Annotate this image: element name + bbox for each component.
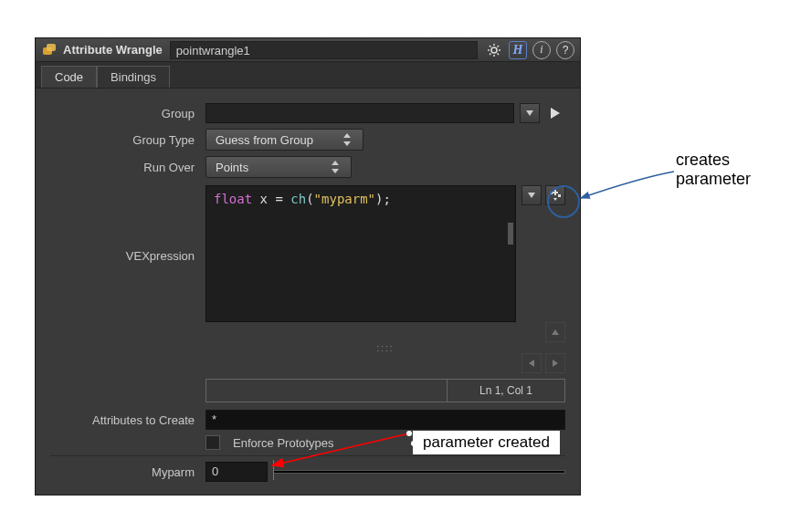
svg-marker-13 <box>343 133 351 138</box>
myparm-value-input[interactable]: 0 <box>205 462 268 482</box>
help-icon[interactable]: ? <box>556 41 574 59</box>
tab-bindings[interactable]: Bindings <box>97 66 170 88</box>
group-dropdown-button[interactable] <box>520 103 540 123</box>
editor-nav <box>205 322 565 342</box>
gear-icon[interactable] <box>485 41 503 59</box>
editor-up-icon[interactable] <box>545 322 565 342</box>
node-name-input[interactable]: pointwrangle1 <box>170 41 478 59</box>
editor-next-icon[interactable] <box>545 353 565 373</box>
titlebar-actions: H i ? <box>485 41 574 59</box>
line-anchor-dot <box>406 431 412 436</box>
svg-marker-16 <box>332 169 339 173</box>
group-selector-arrow-icon[interactable] <box>545 103 565 123</box>
annotation-creates-parameter: creates parameter <box>676 151 751 189</box>
code-keyword: float <box>214 192 252 206</box>
divider <box>50 455 565 456</box>
code-text: ); <box>375 192 391 206</box>
code-string: "myparm" <box>314 192 375 206</box>
code-function: ch <box>290 192 306 206</box>
row-group: Group <box>50 103 565 123</box>
titlebar: Attribute Wrangle pointwrangle1 H i ? <box>36 38 580 62</box>
group-label: Group <box>50 107 205 120</box>
code-text: ( <box>306 192 313 206</box>
svg-marker-23 <box>552 329 559 335</box>
editor-resize-handle[interactable]: :::: <box>205 342 565 353</box>
row-group-type: Group Type Guess from Group <box>50 129 565 151</box>
svg-marker-24 <box>529 360 534 367</box>
group-input[interactable] <box>205 103 514 123</box>
editor-nav-bottom <box>205 353 565 373</box>
run-over-label: Run Over <box>50 161 205 174</box>
annotation-circle <box>547 185 580 218</box>
editor-scrollbar[interactable] <box>508 223 513 245</box>
svg-line-7 <box>490 46 491 47</box>
myparm-slider[interactable] <box>273 462 565 482</box>
row-run-over: Run Over Points <box>50 156 565 178</box>
group-type-label: Group Type <box>50 133 205 147</box>
editor-status-message <box>205 379 447 402</box>
node-icon <box>41 42 58 58</box>
row-myparm: Myparm 0 <box>50 462 565 482</box>
svg-line-9 <box>490 53 491 55</box>
enforce-prototypes-label: Enforce Prototypes <box>233 436 334 450</box>
row-attributes-to-create: Attributes to Create * <box>50 410 565 430</box>
group-type-value: Guess from Group <box>216 133 313 147</box>
code-text: x = <box>252 192 290 206</box>
tabs: Code Bindings <box>36 62 580 89</box>
svg-marker-15 <box>332 161 339 165</box>
svg-point-2 <box>491 47 497 53</box>
vex-presets-dropdown[interactable] <box>521 185 542 205</box>
myparm-label: Myparm <box>50 465 205 479</box>
parameter-panel: Attribute Wrangle pointwrangle1 H i ? Co… <box>35 37 581 495</box>
svg-marker-25 <box>553 360 558 367</box>
editor-cursor-position: Ln 1, Col 1 <box>447 379 565 402</box>
vexpression-label: VEXpression <box>50 185 205 263</box>
attrs-to-create-label: Attributes to Create <box>50 413 205 427</box>
slider-track <box>273 470 565 474</box>
tab-code[interactable]: Code <box>41 66 97 88</box>
editor-statusbar: Ln 1, Col 1 <box>205 379 565 402</box>
run-over-value: Points <box>216 161 248 174</box>
houdini-h-icon[interactable]: H <box>509 41 527 59</box>
svg-marker-11 <box>526 110 533 116</box>
svg-line-8 <box>498 53 500 55</box>
row-vexpression: VEXpression float x = ch("myparm"); <box>50 185 565 402</box>
attrs-to-create-input[interactable]: * <box>205 410 565 430</box>
vex-code-editor[interactable]: float x = ch("myparm"); <box>205 185 516 322</box>
stepper-arrows-icon <box>329 161 342 173</box>
run-over-select[interactable]: Points <box>205 156 352 178</box>
stepper-arrows-icon <box>341 133 353 146</box>
svg-marker-14 <box>343 141 351 146</box>
editor-prev-icon[interactable] <box>521 353 542 373</box>
svg-line-10 <box>498 46 500 47</box>
annotation-parameter-created: parameter created <box>413 431 560 454</box>
node-type-label: Attribute Wrangle <box>63 43 163 57</box>
svg-marker-17 <box>528 193 535 198</box>
svg-marker-12 <box>551 108 560 119</box>
info-icon[interactable]: i <box>532 41 551 59</box>
enforce-prototypes-checkbox[interactable] <box>205 435 220 450</box>
svg-rect-1 <box>47 44 56 51</box>
group-type-select[interactable]: Guess from Group <box>205 129 363 151</box>
slider-tick <box>273 460 274 480</box>
